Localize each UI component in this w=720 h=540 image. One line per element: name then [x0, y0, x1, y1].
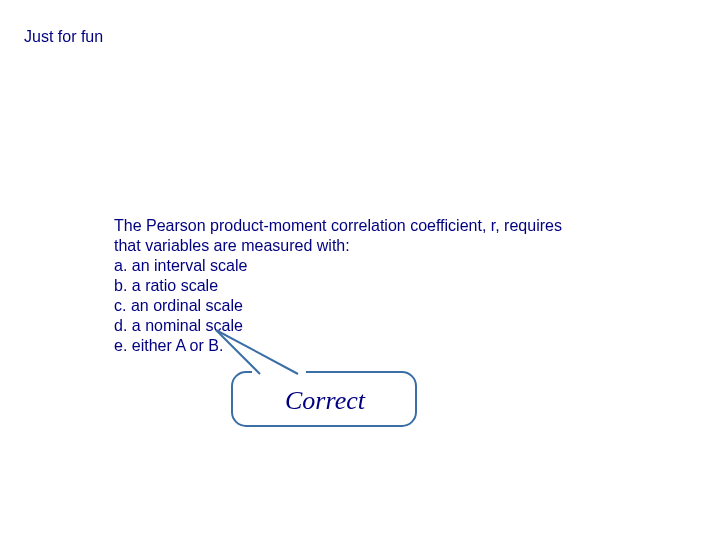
svg-line-3 — [216, 330, 298, 374]
option-b: b. a ratio scale — [114, 276, 634, 296]
correct-label: Correct — [240, 386, 410, 416]
svg-line-2 — [216, 330, 260, 374]
option-a: a. an interval scale — [114, 256, 634, 276]
correct-callout: Correct — [160, 330, 440, 450]
page-title: Just for fun — [24, 28, 103, 46]
question-stem-line2: that variables are measured with: — [114, 236, 634, 256]
question-stem-line1: The Pearson product-moment correlation c… — [114, 216, 634, 236]
option-c: c. an ordinal scale — [114, 296, 634, 316]
